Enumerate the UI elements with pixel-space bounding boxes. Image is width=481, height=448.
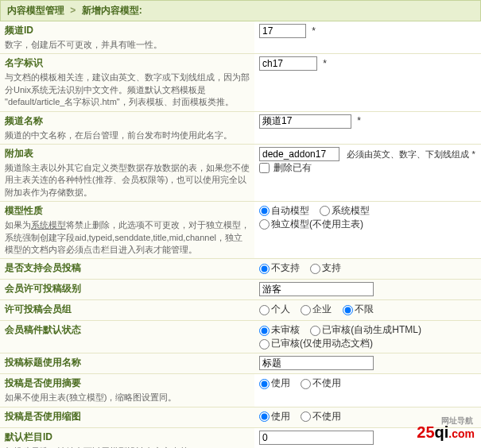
thumb-use[interactable]: 使用 (259, 411, 290, 422)
status-unreviewed[interactable]: 未审核 (259, 324, 300, 335)
label-member-post: 是否支持会员投稿 (0, 259, 254, 280)
addon-input[interactable] (259, 147, 339, 161)
required-star: * (312, 25, 316, 37)
watermark-logo: 网址导航 25qi.com (417, 423, 475, 442)
group-unlimited[interactable]: 不限 (343, 303, 374, 315)
member-post-no[interactable]: 不支持 (259, 262, 300, 273)
label-member-level: 会员许可投稿级别 (0, 280, 254, 300)
model-type-standalone[interactable]: 独立模型(不使用主表) (259, 218, 363, 230)
member-level-input[interactable] (259, 282, 374, 296)
group-personal[interactable]: 个人 (259, 303, 290, 315)
label-channel-id: 频道ID 数字，创建后不可更改，并具有唯一性。 (0, 21, 254, 54)
status-reviewed-html[interactable]: 已审核(自动生成HTML) (310, 324, 421, 335)
thumb-nouse[interactable]: 不使用 (301, 411, 341, 422)
label-member-group: 许可投稿会员组 (0, 300, 254, 321)
label-use-thumb: 投稿是否使用缩图 (0, 407, 254, 427)
default-cat-input[interactable] (259, 431, 374, 445)
name-mark-input[interactable] (259, 56, 317, 71)
addon-note: 必须由英文、数字、下划线组成 * (347, 149, 475, 159)
form-table: 频道ID 数字，创建后不可更改，并具有唯一性。 * 名字标识 与文档的模板相关连… (0, 21, 481, 448)
status-reviewed-dynamic[interactable]: 已审核(仅使用动态文档) (259, 338, 373, 349)
breadcrumb-a: 内容模型管理 (7, 5, 64, 16)
label-channel-name: 频道名称 频道的中文名称，在后台管理，前台发布时均使用此名字。 (0, 111, 254, 144)
title-name-input[interactable] (259, 356, 374, 370)
label-addon: 附加表 频道除主表以外其它自定义类型数据存放数据的表，如果您不使用主表关连的各种… (0, 144, 254, 201)
summary-use[interactable]: 使用 (259, 377, 290, 388)
label-model-type: 模型性质 如果为系统模型将禁止删除，此选项不可更改，对于独立模型，系统强制创建字… (0, 202, 254, 259)
member-post-yes[interactable]: 支持 (310, 262, 341, 273)
channel-id-input[interactable] (259, 24, 306, 38)
summary-nouse[interactable]: 不使用 (301, 377, 341, 388)
model-type-auto[interactable]: 自动模型 (259, 205, 309, 216)
breadcrumb-sep: > (70, 5, 76, 16)
label-title-name: 投稿标题使用名称 (0, 353, 254, 374)
delete-existing-label: 删除已有 (273, 162, 312, 173)
page-header: 内容模型管理 > 新增内容模型: (0, 0, 481, 21)
breadcrumb-b: 新增内容模型: (82, 5, 142, 16)
label-name-mark: 名字标识 与文档的模板相关连，建议由英文、数字或下划线组成，因为部分Unix系统… (0, 54, 254, 111)
label-default-cat: 默认栏目ID 与投稿是唯一性结合可以用模型设计自定义表单 (0, 427, 254, 448)
model-type-system[interactable]: 系统模型 (320, 205, 370, 216)
channel-name-input[interactable] (259, 114, 351, 129)
label-default-status: 会员稿件默认状态 (0, 321, 254, 353)
delete-existing-checkbox[interactable] (259, 163, 270, 173)
group-enterprise[interactable]: 企业 (301, 303, 332, 315)
label-use-summary: 投稿是否使用摘要 如果不使用主表(独立模型)，缩略图设置同。 (0, 374, 254, 407)
